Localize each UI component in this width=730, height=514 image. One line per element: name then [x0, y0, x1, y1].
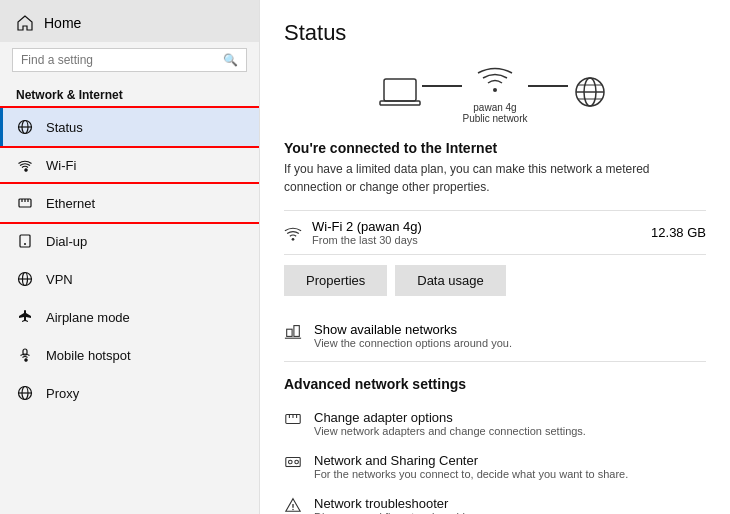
troubleshoot-text: Network troubleshooter Diagnose and fix …	[314, 496, 489, 514]
connected-sub: If you have a limited data plan, you can…	[284, 160, 706, 196]
vpn-icon	[16, 270, 34, 288]
action-troubleshoot[interactable]: Network troubleshooter Diagnose and fix …	[284, 488, 706, 514]
sharing-icon	[284, 453, 302, 471]
show-networks-icon	[284, 322, 302, 340]
page-title: Status	[284, 20, 706, 46]
sidebar-item-dialup[interactable]: Dial-up	[0, 222, 259, 260]
airplane-icon	[16, 308, 34, 326]
sidebar-item-vpn[interactable]: VPN	[0, 260, 259, 298]
network-diagram: pawan 4g Public network	[284, 64, 706, 124]
network-name: pawan 4g	[473, 102, 516, 113]
wifi-row-icon	[284, 224, 302, 242]
hotspot-icon	[16, 346, 34, 364]
svg-point-18	[493, 88, 497, 92]
show-networks-label: Show available networks	[314, 322, 512, 337]
sidebar-section-title: Network & Internet	[0, 82, 259, 108]
search-icon: 🔍	[223, 53, 238, 67]
wifi-icon	[16, 156, 34, 174]
troubleshoot-name: Network troubleshooter	[314, 496, 489, 511]
wifi-days: From the last 30 days	[312, 234, 422, 246]
sidebar-item-vpn-label: VPN	[46, 272, 73, 287]
wifi-signal-icon: pawan 4g Public network	[462, 64, 527, 124]
search-box[interactable]: 🔍	[12, 48, 247, 72]
globe-icon	[16, 118, 34, 136]
main-content: Status pawan 4g Public network	[260, 0, 730, 514]
search-input[interactable]	[21, 53, 223, 67]
sharing-desc: For the networks you connect to, decide …	[314, 468, 628, 480]
sharing-text: Network and Sharing Center For the netwo…	[314, 453, 628, 480]
adapter-desc: View network adapters and change connect…	[314, 425, 586, 437]
svg-rect-25	[287, 329, 292, 336]
sidebar-item-wifi-label: Wi-Fi	[46, 158, 76, 173]
home-icon	[16, 14, 34, 32]
wifi-usage: 12.38 GB	[651, 225, 706, 240]
sidebar-item-proxy[interactable]: Proxy	[0, 374, 259, 412]
laptop-icon	[378, 75, 422, 113]
action-sharing[interactable]: Network and Sharing Center For the netwo…	[284, 445, 706, 488]
properties-button[interactable]: Properties	[284, 265, 387, 296]
svg-rect-7	[20, 235, 30, 247]
sidebar-item-status[interactable]: Status	[0, 108, 259, 146]
internet-globe-icon	[568, 75, 612, 113]
action-buttons: Properties Data usage	[284, 265, 706, 296]
show-networks[interactable]: Show available networks View the connect…	[284, 314, 706, 362]
wifi-row-left: Wi-Fi 2 (pawan 4g) From the last 30 days	[284, 219, 422, 246]
action-adapter[interactable]: Change adapter options View network adap…	[284, 402, 706, 445]
advanced-section: Advanced network settings Change adapter…	[284, 376, 706, 514]
wifi-info: Wi-Fi 2 (pawan 4g) From the last 30 days	[312, 219, 422, 246]
svg-point-34	[289, 460, 293, 464]
sidebar-item-dialup-label: Dial-up	[46, 234, 87, 249]
troubleshoot-icon	[284, 496, 302, 514]
sidebar-item-status-label: Status	[46, 120, 83, 135]
sidebar-item-hotspot-label: Mobile hotspot	[46, 348, 131, 363]
sidebar-item-ethernet-label: Ethernet	[46, 196, 95, 211]
svg-rect-17	[380, 101, 420, 105]
line1	[422, 85, 462, 87]
svg-point-37	[292, 509, 293, 510]
sidebar-item-hotspot[interactable]: Mobile hotspot	[0, 336, 259, 374]
sidebar-item-wifi[interactable]: Wi-Fi	[0, 146, 259, 184]
connected-heading: You're connected to the Internet	[284, 140, 706, 156]
svg-point-24	[292, 237, 295, 240]
sharing-name: Network and Sharing Center	[314, 453, 628, 468]
show-networks-sub: View the connection options around you.	[314, 337, 512, 349]
proxy-icon	[16, 384, 34, 402]
sidebar-item-proxy-label: Proxy	[46, 386, 79, 401]
sidebar-item-ethernet[interactable]: Ethernet	[0, 184, 259, 222]
adapter-text: Change adapter options View network adap…	[314, 410, 586, 437]
svg-point-35	[295, 460, 299, 464]
svg-rect-16	[384, 79, 416, 101]
home-label: Home	[44, 15, 81, 31]
wifi-name: Wi-Fi 2 (pawan 4g)	[312, 219, 422, 234]
adapter-icon	[284, 410, 302, 428]
sidebar-item-airplane-label: Airplane mode	[46, 310, 130, 325]
sidebar-item-home[interactable]: Home	[0, 0, 259, 42]
sidebar: Home 🔍 Network & Internet Status Wi	[0, 0, 260, 514]
dialup-icon	[16, 232, 34, 250]
sidebar-item-airplane[interactable]: Airplane mode	[0, 298, 259, 336]
svg-rect-26	[294, 326, 299, 337]
svg-point-8	[24, 243, 26, 245]
line2	[528, 85, 568, 87]
wifi-row: Wi-Fi 2 (pawan 4g) From the last 30 days…	[284, 210, 706, 255]
data-usage-button[interactable]: Data usage	[395, 265, 506, 296]
adapter-name: Change adapter options	[314, 410, 586, 425]
ethernet-icon	[16, 194, 34, 212]
advanced-title: Advanced network settings	[284, 376, 706, 392]
show-networks-text: Show available networks View the connect…	[314, 322, 512, 349]
network-type: Public network	[462, 113, 527, 124]
